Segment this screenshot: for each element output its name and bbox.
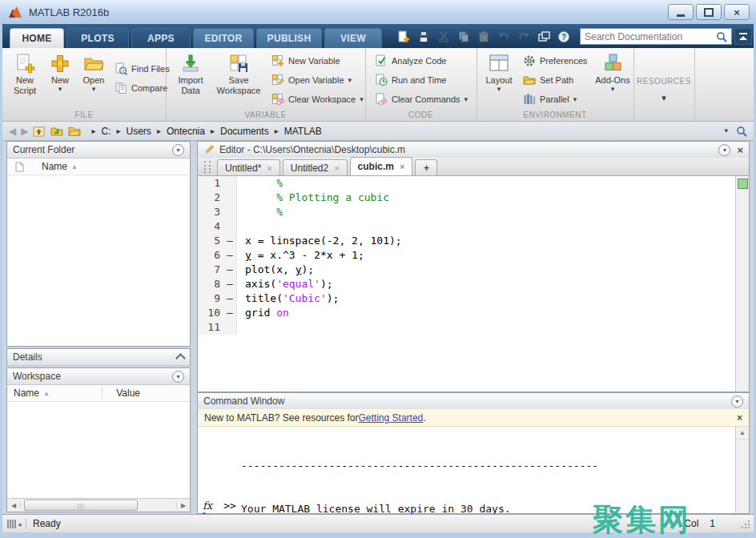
code-analyzer-indicator[interactable]	[738, 179, 748, 189]
command-prompt-row[interactable]: fx▾ >>	[203, 500, 236, 512]
switch-windows-icon[interactable]	[537, 30, 550, 43]
crumb-documents[interactable]: Documents	[220, 126, 269, 137]
run-and-time-icon	[375, 74, 388, 86]
undo-icon[interactable]	[497, 30, 510, 43]
editor-close-icon[interactable]: ×	[737, 145, 743, 155]
tab-close-icon[interactable]: ×	[334, 163, 339, 173]
search-icon[interactable]	[716, 31, 727, 42]
tab-view[interactable]: VIEW	[324, 28, 382, 48]
tab-bar-grip[interactable]	[204, 161, 211, 173]
analyze-code-button[interactable]: Analyze Code	[375, 53, 447, 69]
command-window-menu-icon[interactable]: ▾	[731, 395, 743, 408]
minimize-ribbon-button[interactable]	[734, 28, 752, 45]
workspace-header[interactable]: Workspace ▾	[7, 368, 190, 385]
compare-button[interactable]: Compare	[115, 80, 167, 96]
code-editor[interactable]: 1 % 2 % Plotting a cubic 3 % 4 5–x = lin…	[198, 176, 749, 391]
current-folder-column-header[interactable]: Name ▲	[7, 159, 190, 175]
workspace-menu-icon[interactable]: ▾	[172, 371, 184, 383]
copy-icon[interactable]	[457, 30, 470, 43]
run-and-time-button[interactable]: Run and Time	[375, 72, 446, 88]
new-script-button[interactable]: New Script	[7, 53, 42, 96]
import-data-button[interactable]: Import Data	[172, 53, 209, 96]
ws-name-column-label[interactable]: Name	[14, 387, 39, 399]
command-prompt[interactable]: >>	[223, 500, 236, 512]
scroll-thumb[interactable]: |||	[24, 500, 138, 511]
new-dropdown-caret: ▾	[58, 86, 62, 93]
tab-apps[interactable]: APPS	[131, 28, 191, 48]
layout-icon	[488, 53, 510, 74]
crumb-drive[interactable]: C:	[102, 126, 111, 137]
save-workspace-button[interactable]: Save Workspace	[212, 53, 265, 96]
new-file-icon[interactable]	[397, 30, 410, 43]
back-button[interactable]: ◀	[9, 126, 16, 137]
layout-button[interactable]: Layout ▾	[481, 53, 517, 93]
collapse-chevron-icon[interactable]	[175, 353, 186, 363]
minimize-ribbon-icon	[739, 33, 747, 34]
current-folder-menu-icon[interactable]: ▾	[172, 144, 184, 156]
editor-vscrollbar[interactable]	[735, 176, 749, 391]
find-files-button[interactable]: Find Files	[115, 61, 170, 77]
tab-plots[interactable]: PLOTS	[66, 28, 129, 48]
maximize-icon	[704, 8, 714, 17]
help-icon[interactable]: ?	[557, 30, 570, 43]
browse-folder-icon[interactable]	[50, 126, 63, 137]
folder-search-icon[interactable]	[736, 126, 747, 137]
tab-untitled2[interactable]: Untitled2 ×	[283, 159, 348, 175]
name-column-label[interactable]: Name	[42, 161, 67, 172]
tab-publish[interactable]: PUBLISH	[256, 28, 322, 48]
up-folder-icon[interactable]	[33, 126, 46, 137]
paste-icon[interactable]	[477, 30, 490, 43]
add-ons-button[interactable]: Add-Ons ▾	[595, 53, 630, 93]
parallel-status-icon[interactable]	[7, 520, 16, 528]
preferences-button[interactable]: Preferences	[523, 53, 587, 69]
save-icon[interactable]	[417, 30, 430, 43]
address-dropdown-caret[interactable]: ▾	[724, 127, 728, 134]
command-window-header[interactable]: Command Window ▾	[198, 393, 749, 410]
command-window-title: Command Window	[203, 395, 284, 407]
open-button[interactable]: Open ▾	[78, 53, 110, 93]
close-button[interactable]: ×	[724, 4, 750, 20]
command-window-vscrollbar[interactable]: ▲	[735, 427, 749, 513]
parallel-button[interactable]: Parallel ▾	[523, 91, 577, 107]
open-variable-button[interactable]: Open Variable ▾	[271, 72, 352, 88]
clear-workspace-button[interactable]: Clear Workspace ▾	[271, 91, 364, 107]
resize-grip[interactable]	[748, 527, 750, 528]
tab-cubic-m[interactable]: cubic.m ×	[350, 157, 413, 175]
tab-close-icon[interactable]: ×	[400, 162, 404, 171]
tab-close-icon[interactable]: ×	[267, 163, 271, 173]
environment-section-label: ENVIRONMENT	[477, 110, 633, 119]
ws-value-column-label[interactable]: Value	[116, 387, 140, 399]
current-folder-header[interactable]: Current Folder ▾	[7, 142, 190, 159]
minimize-button[interactable]	[668, 4, 694, 20]
tab-home[interactable]: HOME	[10, 28, 64, 48]
status-caret-icon[interactable]: ▴	[18, 520, 22, 528]
set-path-button[interactable]: Set Path	[523, 72, 573, 88]
new-tab-button[interactable]: +	[415, 159, 437, 175]
clear-workspace-icon	[271, 93, 284, 106]
workspace-hscrollbar[interactable]: ◀ ||| ▶	[7, 498, 190, 512]
tab-untitled1[interactable]: Untitled* ×	[217, 159, 280, 175]
cut-icon[interactable]	[437, 30, 450, 43]
search-documentation-input[interactable]: Search Documentation	[580, 28, 732, 45]
scroll-left-icon[interactable]: ◀	[7, 502, 21, 509]
new-variable-button[interactable]: New Variable	[271, 53, 340, 69]
editor-header[interactable]: Editor - C:\Users\Ontecnia\Desktop\cubic…	[198, 142, 749, 159]
details-header[interactable]: Details	[7, 349, 190, 366]
workspace-column-header[interactable]: Name ▲ Value	[7, 385, 190, 402]
fx-icon[interactable]: fx▾	[203, 500, 212, 512]
new-button[interactable]: New ▾	[46, 53, 74, 93]
forward-button[interactable]: ▶	[21, 126, 28, 137]
scroll-right-icon[interactable]: ▶	[176, 502, 190, 509]
redo-icon[interactable]	[517, 30, 530, 43]
crumb-matlab[interactable]: MATLAB	[284, 126, 322, 137]
scroll-up-icon[interactable]: ▲	[736, 427, 749, 440]
crumb-users[interactable]: Users	[127, 126, 151, 137]
crumb-user[interactable]: Ontecnia	[167, 126, 205, 137]
maximize-button[interactable]	[696, 4, 722, 20]
getting-started-link[interactable]: Getting Started	[359, 412, 424, 424]
tab-editor[interactable]: EDITOR	[193, 28, 254, 48]
ribbon-section-resources[interactable]: RESOURCES ▾	[633, 48, 695, 121]
editor-menu-icon[interactable]: ▾	[718, 144, 730, 156]
banner-close-icon[interactable]: ×	[737, 412, 742, 424]
clear-commands-button[interactable]: Clear Commands ▾	[375, 91, 468, 107]
